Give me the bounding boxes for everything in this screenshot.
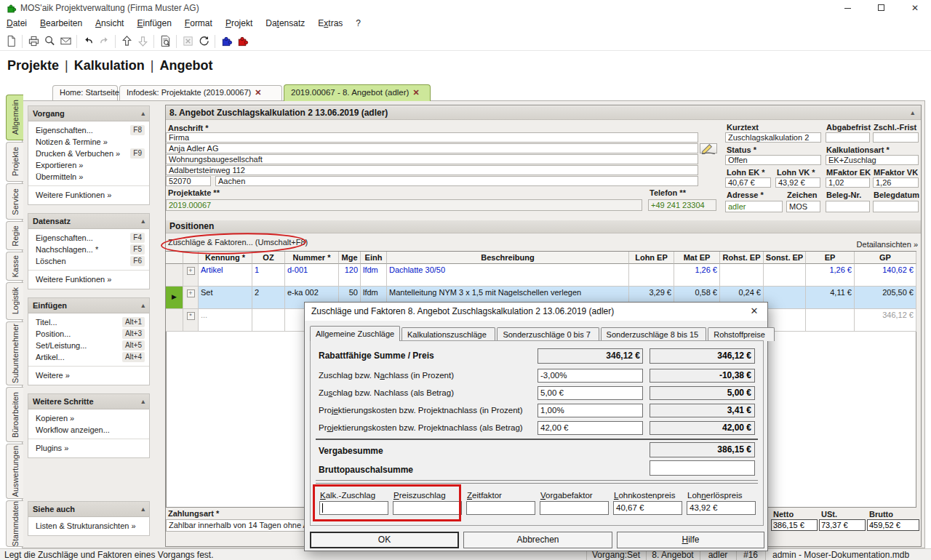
lohn-vk-field[interactable]: 43,92 € [775,177,820,188]
menu-item-bearbeiten[interactable]: Bearbeiten [33,16,89,31]
dialog-row-input[interactable]: 1,00% [538,404,643,417]
maximize-button[interactable] [870,2,892,14]
column-header-kennung[interactable]: Kennung * [199,252,252,264]
menu-item-ansicht[interactable]: Ansicht [89,16,130,31]
dialog-titlebar[interactable]: Zuschläge und Faktoren 8. Angebot Zuschl… [305,303,767,321]
cell-sel[interactable] [166,309,183,332]
sidebar-item[interactable]: Plugins » [28,442,149,454]
cell-kennung[interactable]: Set [199,287,252,309]
undo-icon[interactable] [80,34,96,49]
dialog-button-hilfe[interactable]: Hilfe [617,532,764,548]
panel-header[interactable]: Weitere Schritte▴ [28,394,149,409]
side-tab-kasse[interactable]: Kasse [6,252,23,281]
belegdatum-field[interactable] [873,201,919,212]
abgabefrist-field[interactable] [826,132,870,143]
menu-item-projekt[interactable]: Projekt [219,16,259,31]
collapse-icon[interactable]: ▴ [141,394,145,409]
side-tab-auswertungen[interactable]: Auswertungen [6,444,23,499]
mfaktor-vk-field[interactable]: 1,26 [873,177,919,188]
tab-angebot[interactable]: 2019.00067 - 8. Angebot (adler)✕ [284,84,431,101]
detailansichten-link[interactable]: Detailansichten » [857,240,918,249]
status-field[interactable]: Offen [725,155,821,165]
menu-item-datensatz[interactable]: Datensatz [259,16,311,31]
collapse-icon[interactable]: ▴ [911,106,914,119]
cell-sel[interactable] [166,264,183,287]
dialog-button-ok[interactable]: OK [310,532,459,548]
zschl-frist-field[interactable] [873,132,919,143]
side-tab-projekte[interactable]: Projekte [6,142,23,182]
sidebar-item[interactable]: Listen & Strukturansichten » [28,520,149,532]
dialog-tab-3[interactable]: Sonderzuschläge 8 bis 15 [601,327,707,341]
sidebar-item[interactable]: Weitere Funktionen » [28,273,149,285]
collapse-icon[interactable]: ▴ [141,106,145,121]
menu-item-datei[interactable]: Datei [0,16,33,31]
panel-header[interactable]: Datensatz▴ [28,214,149,229]
kalkulationsart-field[interactable]: EK+Zuschlag [826,155,919,165]
anschrift-line4[interactable]: Adalbertsteinweg 112 [166,165,698,175]
sidebar-item[interactable]: Übermitteln » [28,171,149,183]
column-header-mat_ep[interactable]: Mat EP [674,252,720,264]
dialog-row-input[interactable]: 5,00 € [538,386,643,400]
vorgang-header[interactable]: 8. Angebot Zuschlagskalkulation 2 13.06.… [166,106,921,120]
side-tab-broarbeiten[interactable]: Büroarbeiten [6,387,23,442]
column-header-ep[interactable]: EP [806,252,855,264]
sidebar-item[interactable]: Alt+3Position... [28,328,149,340]
collapse-icon[interactable]: ▴ [141,298,145,313]
print-icon[interactable] [25,34,41,49]
side-tab-allgemein[interactable]: Allgemein [6,95,23,140]
expand-icon[interactable]: + [187,267,195,275]
cell-ep[interactable] [806,309,855,332]
zuschlaege-faktoren-link[interactable]: Zuschläge & Faktoren... (Umschalt+F8) [168,238,308,247]
cell-sel[interactable]: ▶ [166,287,183,309]
column-header-gp[interactable]: GP [855,252,916,264]
dialog-row-input[interactable]: -3,00% [538,369,643,383]
cell-ep[interactable]: 1,26 € [806,264,855,287]
cell-exp[interactable]: + [183,287,199,309]
column-header-mge[interactable]: Mge [339,252,361,264]
sidebar-item[interactable]: F9Drucken & Verbuchen » [28,148,149,159]
collapse-icon[interactable]: ▴ [141,502,145,516]
cell-rohst_ep[interactable] [720,264,764,287]
anschrift-line1[interactable]: Firma [166,132,698,143]
cell-nummer[interactable]: d-001 [285,264,339,287]
tab-infodesk[interactable]: Infodesk: Projektakte (2019.00067)✕ [119,85,282,100]
refresh-icon[interactable] [196,34,212,49]
bruttopauschalsumme-field[interactable] [650,460,755,476]
menu-item-einfgen[interactable]: Einfügen [130,16,177,31]
dialog-row-input[interactable]: 42,00 € [538,421,643,435]
dialog-field-lohnerlspreis[interactable]: 43,92 € [687,501,756,515]
anschrift-ort[interactable]: Aachen [215,176,698,186]
cell-gp[interactable]: 346,12 € [855,309,916,332]
panel-header[interactable]: Siehe auch▴ [28,502,149,517]
cell-mat_ep[interactable]: 1,26 € [674,264,720,287]
menu-item-extras[interactable]: Extras [311,16,349,31]
column-header-beschreibung[interactable]: Beschreibung [387,252,629,264]
cell-oz[interactable]: 2 [252,287,285,309]
dialog-tab-1[interactable]: Kalkulationszuschläge [401,327,495,341]
redo-icon[interactable] [96,34,112,49]
column-header-oz[interactable]: OZ [252,252,285,264]
cell-oz[interactable]: 1 [252,264,285,287]
panel-header[interactable]: Einfügen▴ [28,298,149,313]
sidebar-item[interactable]: Alt+1Titel... [28,316,149,328]
anschrift-line2[interactable]: Anja Adler AG [166,143,698,153]
anschrift-plz[interactable]: 52070 [166,176,211,186]
report-preview-icon[interactable] [157,34,173,49]
move-up-icon[interactable] [119,34,135,49]
sidebar-item[interactable]: Exportieren » [28,159,149,171]
menu-item-format[interactable]: Format [178,16,219,31]
plugin-blue-icon[interactable] [218,34,234,49]
lohn-ek-field[interactable]: 40,67 € [725,177,771,188]
dialog-tab-0[interactable]: Allgemeine Zuschläge [310,326,400,341]
menu-item-?[interactable]: ? [349,16,367,31]
plugin-red-icon[interactable] [234,34,250,49]
email-icon[interactable] [57,34,73,49]
column-header-lohn_ep[interactable]: Lohn EP [629,252,674,264]
sidebar-item[interactable]: Kopieren » [28,412,149,424]
sidebar-item[interactable]: Weitere » [28,369,149,381]
positions-header[interactable]: Positionen [166,220,921,233]
kurztext-field[interactable]: Zuschlagskalkulation 2 [725,132,821,143]
sidebar-item[interactable]: Alt+5Set/Leistung... [28,340,149,351]
breadcrumb-item[interactable]: Angebot [159,58,212,73]
sidebar-item[interactable]: F6Löschen [28,255,149,267]
